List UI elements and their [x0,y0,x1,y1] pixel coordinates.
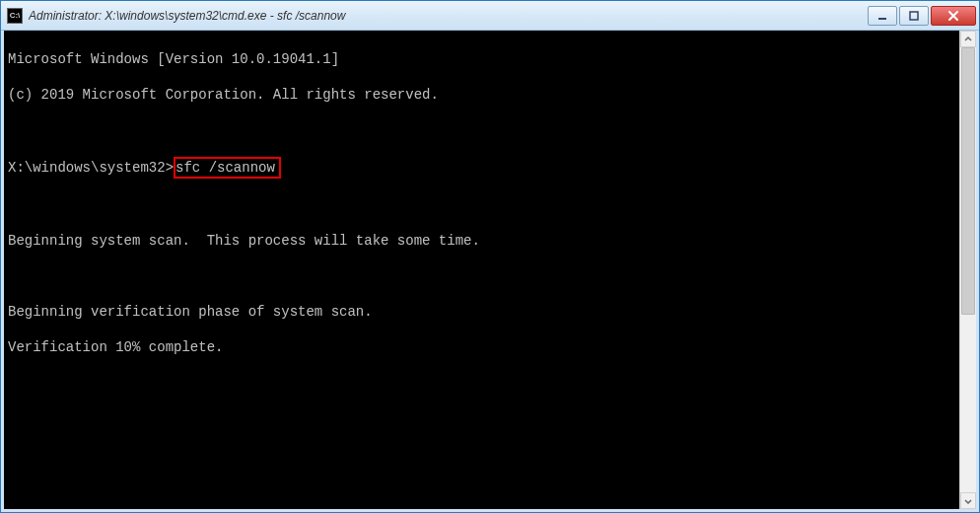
scroll-thumb[interactable] [961,47,975,315]
close-button[interactable] [931,6,976,26]
chevron-up-icon [964,36,972,43]
terminal-blank [8,196,955,214]
terminal-prompt-line: X:\windows\system32>sfc /scannow [8,157,955,179]
cmd-window: C:\ Administrator: X:\windows\system32\c… [0,0,980,513]
terminal-output[interactable]: Microsoft Windows [Version 10.0.19041.1]… [4,31,959,509]
scroll-up-button[interactable] [960,31,976,47]
minimize-button[interactable] [868,6,897,26]
terminal-line: Beginning system scan. This process will… [8,232,955,250]
minimize-icon [877,11,887,21]
highlighted-command: sfc /scannow [174,157,281,179]
vertical-scrollbar[interactable] [959,31,976,509]
terminal-line: Microsoft Windows [Version 10.0.19041.1] [8,50,955,68]
titlebar[interactable]: C:\ Administrator: X:\windows\system32\c… [1,1,979,31]
terminal-line: Beginning verification phase of system s… [8,303,955,321]
terminal-blank [8,121,955,139]
chevron-down-icon [964,497,972,505]
prompt-text: X:\windows\system32> [8,160,174,176]
cmd-icon: C:\ [7,8,23,24]
scroll-track[interactable] [960,47,976,492]
terminal-line: (c) 2019 Microsoft Corporation. All righ… [8,86,955,104]
window-title: Administrator: X:\windows\system32\cmd.e… [29,9,868,23]
svg-rect-1 [910,12,918,20]
scroll-down-button[interactable] [960,492,976,509]
terminal-blank [8,267,955,285]
maximize-icon [909,11,919,21]
svg-rect-0 [878,18,886,20]
maximize-button[interactable] [899,6,929,26]
window-controls [868,6,976,26]
client-area: Microsoft Windows [Version 10.0.19041.1]… [1,31,979,512]
close-icon [947,10,959,22]
terminal-line: Verification 10% complete. [8,338,955,356]
